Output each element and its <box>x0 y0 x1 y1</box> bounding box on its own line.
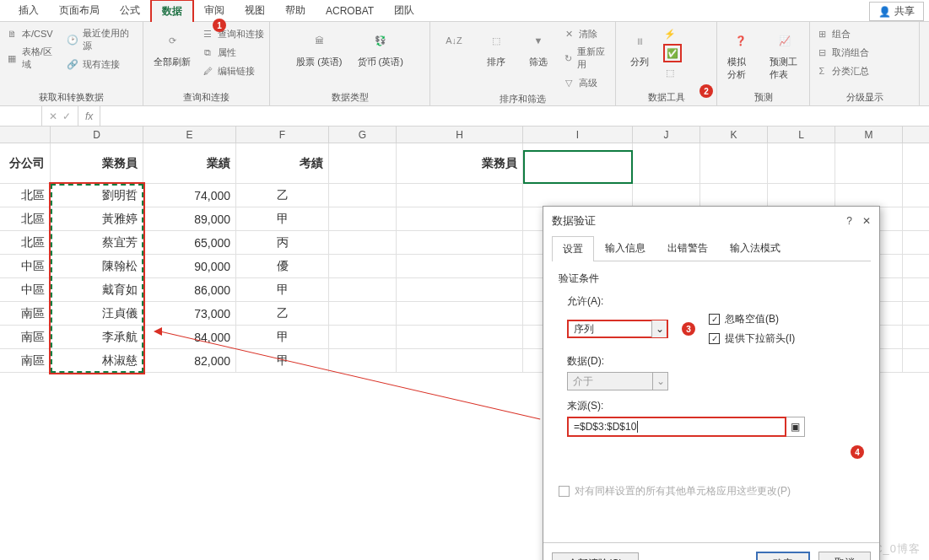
rb-data-validation[interactable]: ✅ <box>663 44 682 62</box>
rb-subtotal[interactable]: Σ分类汇总 <box>815 62 869 79</box>
share-button[interactable]: 👤 共享 <box>869 2 924 21</box>
dialog-tab-ime[interactable]: 输入法模式 <box>719 235 791 261</box>
tab-data[interactable]: 数据 <box>150 0 194 22</box>
name-box[interactable] <box>0 106 42 126</box>
cell[interactable]: 陳翰松 <box>51 255 143 277</box>
ok-button[interactable]: 确定 <box>756 552 810 560</box>
cell[interactable]: 汪貞儀 <box>51 302 143 325</box>
rb-ungroup[interactable]: ⊟取消组合 <box>815 44 869 61</box>
rb-clear[interactable]: ✕清除 <box>562 25 610 42</box>
accept-formula-icon[interactable]: ✓ <box>62 110 71 122</box>
dialog-tab-input-msg[interactable]: 输入信息 <box>594 235 656 261</box>
cell[interactable]: 優 <box>236 255 329 277</box>
tab-page-layout[interactable]: 页面布局 <box>49 0 110 21</box>
rb-properties[interactable]: ⧉属性 <box>201 44 264 61</box>
cell[interactable]: 中區 <box>0 278 51 301</box>
rb-currency[interactable]: 💱货币 (英语) <box>353 25 408 70</box>
rb-group-rows[interactable]: ⊞组合 <box>815 25 869 42</box>
cell[interactable]: 中區 <box>0 255 51 277</box>
cell[interactable]: 林淑慈 <box>51 349 143 372</box>
cell[interactable]: 90,000 <box>143 255 236 277</box>
rb-existing[interactable]: 🔗现有连接 <box>66 56 138 73</box>
tab-team[interactable]: 团队 <box>384 0 424 21</box>
tab-view[interactable]: 视图 <box>235 0 275 21</box>
cell-i2[interactable] <box>523 143 633 183</box>
col-header-G[interactable]: G <box>329 127 397 143</box>
rb-from-range[interactable]: ▦表格/区域 <box>5 44 61 73</box>
tab-help[interactable]: 帮助 <box>275 0 316 21</box>
col-header-D[interactable]: D <box>51 127 143 143</box>
ignore-blank-checkbox[interactable]: ✓忽略空值(B) <box>709 312 795 326</box>
tab-insert[interactable]: 插入 <box>8 0 49 21</box>
range-picker-button[interactable]: ▣ <box>786 417 805 437</box>
cell[interactable]: 甲 <box>236 207 329 230</box>
cell-e2[interactable]: 業績 <box>143 143 236 183</box>
cell[interactable]: 北區 <box>0 184 51 207</box>
cell[interactable]: 89,000 <box>143 207 236 230</box>
rb-edit-links[interactable]: 🖉编辑链接 <box>201 62 264 79</box>
cell[interactable]: 73,000 <box>143 302 236 325</box>
cancel-formula-icon[interactable]: ✕ <box>49 110 57 122</box>
cell[interactable]: 蔡宜芳 <box>51 231 143 254</box>
col-header-F[interactable]: F <box>236 127 329 143</box>
cell[interactable]: 86,000 <box>143 278 236 301</box>
cell[interactable]: 南區 <box>0 326 51 348</box>
cell[interactable]: 北區 <box>0 231 51 254</box>
rb-consolidate[interactable]: ⬚ <box>663 64 682 81</box>
cell[interactable]: 甲 <box>236 326 329 348</box>
col-header-L[interactable]: L <box>768 127 835 143</box>
cell[interactable]: 乙 <box>236 184 329 207</box>
rb-stocks[interactable]: 🏛股票 (英语) <box>291 25 347 70</box>
cell-h2[interactable]: 業務員 <box>397 143 523 183</box>
rb-advanced[interactable]: ▽高级 <box>562 74 610 91</box>
allow-dropdown[interactable]: 序列 ⌄ <box>567 320 668 338</box>
cell[interactable]: 黃雅婷 <box>51 207 143 230</box>
col-header-E[interactable]: E <box>143 127 236 143</box>
cell-g2[interactable] <box>329 143 397 183</box>
dialog-close-icon[interactable]: ✕ <box>862 215 871 227</box>
tab-acrobat[interactable]: ACROBAT <box>316 2 384 20</box>
rb-sort-az[interactable]: A↓Z <box>435 25 473 56</box>
col-header-K[interactable]: K <box>700 127 768 143</box>
rb-filter[interactable]: ▼筛选 <box>520 25 557 70</box>
cancel-button[interactable]: 取消 <box>818 552 871 560</box>
cell[interactable]: 74,000 <box>143 184 236 207</box>
cell-d2[interactable]: 業務員 <box>51 143 143 183</box>
rb-text-to-columns[interactable]: ⫼分列 <box>621 25 658 70</box>
cell[interactable]: 甲 <box>236 278 329 301</box>
rb-recent[interactable]: 🕑最近使用的源 <box>66 25 138 54</box>
cell-c2[interactable]: 分公司 <box>0 143 51 183</box>
cell[interactable]: 北區 <box>0 207 51 230</box>
cell[interactable]: 丙 <box>236 231 329 254</box>
rb-forecast[interactable]: 📈预测工作表 <box>764 25 804 83</box>
cell[interactable]: 南區 <box>0 349 51 372</box>
tab-review[interactable]: 审阅 <box>194 0 235 21</box>
rb-sort[interactable]: ⬚排序 <box>478 25 515 70</box>
col-header-I[interactable]: I <box>523 127 633 143</box>
rb-reapply[interactable]: ↻重新应用 <box>562 44 610 73</box>
col-header-J[interactable]: J <box>633 127 700 143</box>
cell-f2[interactable]: 考績 <box>236 143 329 183</box>
col-header-H[interactable]: H <box>397 127 523 143</box>
cell[interactable]: 南區 <box>0 302 51 325</box>
rb-refresh-all[interactable]: ⟳ 全部刷新 <box>149 25 196 70</box>
cell[interactable]: 65,000 <box>143 231 236 254</box>
dialog-tab-settings[interactable]: 设置 <box>552 236 594 261</box>
source-input[interactable]: =$D$3:$D$10 <box>567 417 786 437</box>
cell[interactable]: 82,000 <box>143 349 236 372</box>
clear-all-button[interactable]: 全部清除(C) <box>552 552 639 560</box>
rb-queries-conn[interactable]: ☰查询和连接 <box>201 25 264 42</box>
cell[interactable]: 戴育如 <box>51 278 143 301</box>
tab-formulas[interactable]: 公式 <box>110 0 150 21</box>
cell[interactable]: 李承航 <box>51 326 143 348</box>
rb-whatif[interactable]: ❓模拟分析 <box>722 25 759 83</box>
col-header-M[interactable]: M <box>835 127 903 143</box>
dialog-tab-error-alert[interactable]: 出错警告 <box>656 235 719 261</box>
rb-from-csv[interactable]: 🗎本/CSV <box>5 25 61 42</box>
cell[interactable]: 劉明哲 <box>51 184 143 207</box>
fx-icon[interactable]: fx <box>78 106 100 126</box>
cell[interactable]: 乙 <box>236 302 329 325</box>
dropdown-arrow-checkbox[interactable]: ✓提供下拉箭头(I) <box>709 331 795 346</box>
rb-flash-fill[interactable]: ⚡ <box>663 25 682 42</box>
dialog-help-icon[interactable]: ? <box>846 215 852 227</box>
